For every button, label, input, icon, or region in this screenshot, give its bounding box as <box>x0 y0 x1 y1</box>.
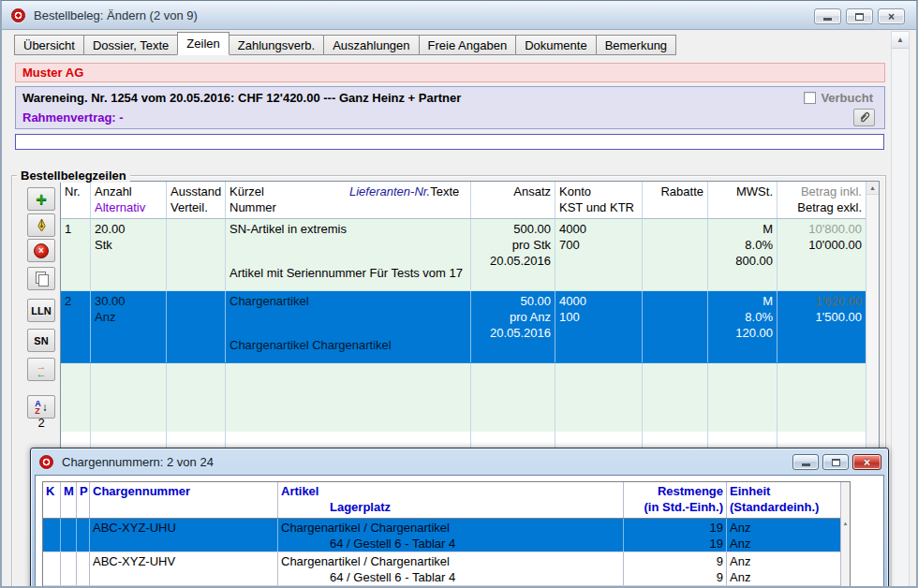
child-window-title: Chargennummern: 2 von 24 <box>62 455 214 469</box>
rahmenvertrag-label: Rahmenvertrag: - <box>22 110 124 125</box>
child-minimize-button[interactable] <box>792 454 819 470</box>
add-row-button[interactable]: + <box>27 187 55 211</box>
app-icon <box>11 8 25 22</box>
chargen-table: K M P Chargennummer ArtikelLagerplatz Re… <box>42 481 851 588</box>
col-rabatte: Rabatte <box>643 182 708 218</box>
col-artikel: ArtikelLagerplatz <box>278 482 624 518</box>
window-title: Bestellbeleg: Ändern (2 von 9) <box>34 8 198 22</box>
child-titlebar: Chargennummern: 2 von 24 × <box>31 448 888 475</box>
col-anzahl: AnzahlAlternativ <box>91 182 167 218</box>
col-m: M <box>61 482 77 518</box>
col-restmenge: Restmenge(in Std.-Einh.) <box>624 482 727 518</box>
tab-zeilen[interactable]: Zeilen <box>177 32 229 55</box>
child-app-icon <box>39 455 53 469</box>
table-scroll-up-icon[interactable]: ▲ <box>866 182 879 195</box>
maximize-icon <box>832 459 840 466</box>
paperclip-icon <box>858 110 871 125</box>
row-count: 2 <box>27 416 55 430</box>
sort-az-icon: AZ ↓ <box>35 400 48 415</box>
col-mwst: MWSt. <box>708 182 777 218</box>
document-title: Wareneing. Nr. 1254 vom 20.05.2016: CHF … <box>22 91 461 105</box>
col-betrag: Betrag inkl.Betrag exkl. <box>777 182 866 218</box>
lln-button[interactable]: LLN <box>27 299 55 322</box>
tab-dossier-texte[interactable]: Dossier, Texte <box>84 35 178 55</box>
swap-icon: → ← <box>37 362 47 377</box>
tab-uebersicht[interactable]: Übersicht <box>14 35 84 55</box>
detail-input[interactable] <box>15 134 884 150</box>
col-chargennummer: Chargennummer <box>90 482 278 518</box>
chargen-scrollbar[interactable]: ▲ <box>840 482 850 588</box>
col-einheit: Einheit(Standardeinh.) <box>727 482 842 518</box>
copy-row-button[interactable] <box>27 267 55 290</box>
order-line-row-1[interactable]: 1 20.00Stk SN-Artikel in extremisArtikel… <box>61 219 866 291</box>
verbucht-checkbox[interactable]: Verbucht <box>804 91 873 105</box>
delete-row-button[interactable]: × <box>27 239 55 262</box>
child-maximize-button[interactable] <box>822 454 849 470</box>
minimize-icon <box>823 18 832 21</box>
col-k: K <box>43 482 61 518</box>
close-button[interactable]: × <box>878 8 905 24</box>
chargen-header-row: K M P Chargennummer ArtikelLagerplatz Re… <box>43 482 842 519</box>
swap-button[interactable]: → ← <box>27 358 55 381</box>
attachment-button[interactable] <box>853 109 875 126</box>
customer-banner: Muster AG <box>15 63 885 82</box>
empty-row-stripe <box>61 363 866 432</box>
col-p: P <box>77 482 90 518</box>
col-ausstand: AusstandVerteil. <box>167 182 226 218</box>
pen-icon <box>36 218 48 232</box>
child-close-button[interactable]: × <box>852 454 881 470</box>
sn-button[interactable]: SN <box>27 329 55 352</box>
tab-bemerkung[interactable]: Bemerkung <box>597 35 676 55</box>
scroll-up-icon[interactable]: ▲ <box>892 32 909 49</box>
delete-icon: × <box>34 243 49 258</box>
child-content: K M P Chargennummer ArtikelLagerplatz Re… <box>35 475 884 588</box>
tab-freie-angaben[interactable]: Freie Angaben <box>420 35 517 55</box>
minimize-button[interactable] <box>814 8 841 24</box>
close-icon: × <box>864 456 870 469</box>
bestellbeleg-window: Bestellbeleg: Ändern (2 von 9) × Übersic… <box>0 0 918 588</box>
col-konto: KontoKST und KTR <box>555 182 643 218</box>
close-icon: × <box>888 10 895 23</box>
maximize-icon <box>855 13 864 21</box>
checkbox-icon[interactable] <box>804 92 816 104</box>
tab-zahlungsverb[interactable]: Zahlungsverb. <box>230 35 324 55</box>
tab-auszahlungen[interactable]: Auszahlungen <box>324 35 419 55</box>
tab-dokumente[interactable]: Dokumente <box>516 35 596 55</box>
group-title: Bestellbelegzeilen <box>17 169 130 183</box>
copy-icon <box>36 272 48 286</box>
col-kuerzel: KürzelNummer Lieferanten-Nr.Texte <box>226 182 471 218</box>
chargen-scroll-up-icon[interactable]: ▲ <box>841 521 850 526</box>
tab-bar: Übersicht Dossier, Texte Zeilen Zahlungs… <box>14 32 676 55</box>
window-titlebar: Bestellbeleg: Ändern (2 von 9) × <box>2 1 916 30</box>
chargennummern-window: Chargennummern: 2 von 24 × K M P Chargen… <box>30 448 889 588</box>
document-header: Wareneing. Nr. 1254 vom 20.05.2016: CHF … <box>15 86 885 129</box>
charge-row-1-selected[interactable]: ABC-XYZ-UHU Chargenartikel / Chargenarti… <box>43 519 842 552</box>
verbucht-label: Verbucht <box>821 91 873 105</box>
order-line-row-2-selected[interactable]: 2 30.00Anz ChargenartikelChargenartikel … <box>61 291 866 363</box>
edit-row-button[interactable] <box>27 213 55 237</box>
main-scrollbar[interactable]: ▲ <box>891 31 910 587</box>
plus-icon: + <box>36 191 47 208</box>
col-ansatz: Ansatz <box>471 182 555 218</box>
minimize-icon <box>802 463 810 466</box>
table-header-row: Nr. AnzahlAlternativ AusstandVerteil. Kü… <box>61 182 866 219</box>
charge-row-2[interactable]: ABC-XYZ-UHV Chargenartikel / Chargenarti… <box>43 552 842 586</box>
col-nr: Nr. <box>61 182 91 218</box>
maximize-button[interactable] <box>846 8 873 24</box>
